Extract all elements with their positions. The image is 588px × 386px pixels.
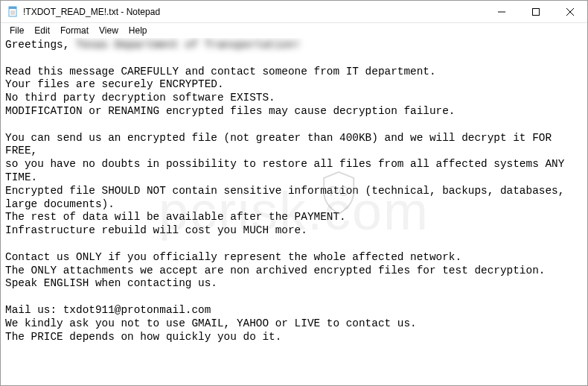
editor-content[interactable]: Greetings, Texas Department of Transport… bbox=[1, 38, 587, 385]
close-button[interactable] bbox=[553, 1, 587, 23]
menubar: File Edit Format View Help bbox=[1, 23, 587, 38]
body-text: Read this message CAREFULLY and contact … bbox=[5, 66, 571, 343]
greeting-blurred-text: Texas Department of Transportation! bbox=[76, 39, 301, 51]
menu-file[interactable]: File bbox=[5, 25, 28, 37]
menu-format[interactable]: Format bbox=[56, 25, 93, 37]
window-titlebar: !TXDOT_READ_ME!.txt - Notepad bbox=[1, 1, 587, 23]
maximize-button[interactable] bbox=[519, 1, 553, 23]
window-title: !TXDOT_READ_ME!.txt - Notepad bbox=[23, 7, 160, 17]
menu-view[interactable]: View bbox=[95, 25, 123, 37]
notepad-icon bbox=[7, 6, 19, 18]
titlebar-left: !TXDOT_READ_ME!.txt - Notepad bbox=[1, 6, 160, 18]
greeting-text: Greetings, bbox=[5, 39, 76, 51]
window-controls bbox=[485, 1, 587, 22]
minimize-button[interactable] bbox=[485, 1, 519, 23]
svg-rect-1 bbox=[9, 7, 16, 9]
svg-rect-6 bbox=[533, 9, 540, 16]
menu-edit[interactable]: Edit bbox=[30, 25, 54, 37]
menu-help[interactable]: Help bbox=[124, 25, 152, 37]
